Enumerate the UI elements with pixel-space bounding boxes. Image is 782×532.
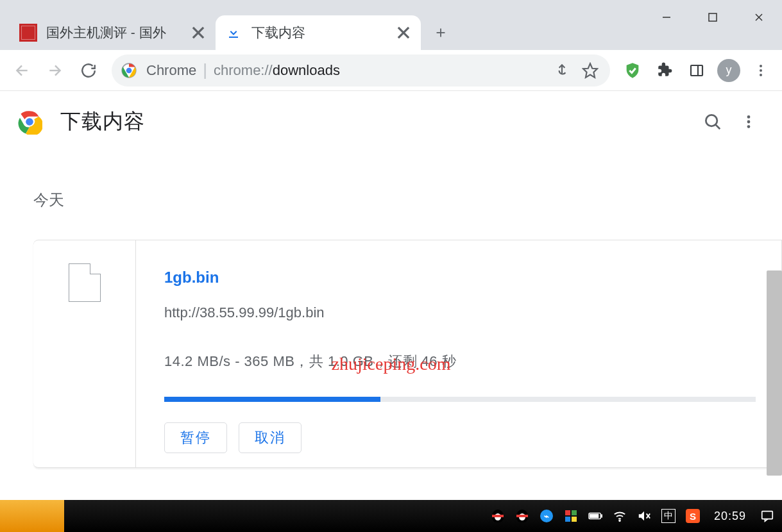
tab-active[interactable]: 下载内容 <box>216 15 421 50</box>
page-title: 下载内容 <box>60 108 145 136</box>
chrome-logo-icon <box>17 109 42 135</box>
reload-button[interactable] <box>72 54 105 87</box>
tab-inactive[interactable]: 国外主机测评 - 国外 <box>10 15 216 50</box>
close-tab-button[interactable] <box>395 24 412 41</box>
svg-point-17 <box>760 65 762 67</box>
downloads-menu-button[interactable] <box>731 104 767 140</box>
svg-point-31 <box>619 520 620 521</box>
windows-taskbar: ⌁ 中 S 20:59 <box>0 500 782 532</box>
back-button[interactable] <box>5 54 38 87</box>
close-tab-button[interactable] <box>190 24 207 41</box>
svg-marker-14 <box>583 63 597 78</box>
search-downloads-button[interactable] <box>695 104 731 140</box>
download-progress-bar <box>164 397 756 402</box>
browser-toolbar: Chrome | chrome://downloads y <box>0 50 782 91</box>
download-filename[interactable]: 1gb.bin <box>164 269 756 287</box>
share-button[interactable] <box>551 60 573 81</box>
svg-point-18 <box>760 69 762 72</box>
url-prefix: Chrome <box>146 62 196 79</box>
url-text: chrome://downloads <box>214 62 340 79</box>
svg-line-24 <box>715 124 720 129</box>
sogou-ime-icon[interactable]: S <box>686 509 700 523</box>
pause-button[interactable]: 暂停 <box>164 422 227 453</box>
svg-point-26 <box>747 121 751 124</box>
download-status: 14.2 MB/s - 365 MB，共 1.0 GB，还剩 46 秒 <box>164 352 756 371</box>
section-label: 今天 <box>0 153 782 217</box>
site-info-icon[interactable] <box>121 62 137 79</box>
ime-indicator[interactable]: 中 <box>661 509 676 523</box>
svg-point-13 <box>126 67 132 73</box>
forward-button[interactable] <box>38 54 72 87</box>
avatar: y <box>717 59 740 82</box>
svg-rect-15 <box>691 65 702 76</box>
svg-point-19 <box>760 74 762 76</box>
address-bar[interactable]: Chrome | chrome://downloads <box>112 54 610 87</box>
file-icon <box>69 263 101 302</box>
side-panel-button[interactable] <box>681 54 713 87</box>
chrome-menu-button[interactable] <box>745 54 777 87</box>
window-maximize-button[interactable] <box>690 0 736 35</box>
system-tray: ⌁ 中 S 20:59 <box>483 509 782 523</box>
profile-button[interactable]: y <box>713 54 745 87</box>
bluetooth-tray-icon[interactable]: ⌁ <box>540 509 554 523</box>
new-tab-button[interactable] <box>426 18 455 47</box>
extensions-button[interactable] <box>649 54 681 87</box>
adguard-extension-icon[interactable] <box>616 54 649 87</box>
scrollbar[interactable] <box>767 270 782 500</box>
tab-title: 下载内容 <box>251 24 390 42</box>
download-progress-fill <box>164 397 380 402</box>
bookmark-star-button[interactable] <box>579 60 601 81</box>
color-tray-icon[interactable] <box>564 509 578 523</box>
svg-rect-30 <box>590 514 599 518</box>
qq-tray-icon[interactable] <box>491 509 505 523</box>
svg-rect-35 <box>762 511 773 519</box>
cancel-button[interactable]: 取消 <box>239 422 302 453</box>
svg-rect-29 <box>601 515 602 517</box>
download-item: 1gb.bin http://38.55.99.99/1gb.bin 14.2 … <box>33 240 782 468</box>
window-minimize-button[interactable] <box>643 0 690 35</box>
svg-point-27 <box>747 125 751 128</box>
taskbar-clock[interactable]: 20:59 <box>710 510 750 523</box>
downloads-page: 下载内容 今天 zhujiceping.com 1gb.bin http://3… <box>0 91 782 500</box>
svg-point-25 <box>747 115 751 119</box>
taskbar-active-window[interactable] <box>0 500 64 532</box>
svg-point-23 <box>706 115 717 126</box>
svg-marker-32 <box>639 511 644 521</box>
download-url[interactable]: http://38.55.99.99/1gb.bin <box>164 304 756 321</box>
favicon-icon <box>19 24 37 42</box>
page-header: 下载内容 <box>0 91 782 153</box>
window-close-button[interactable] <box>736 0 782 35</box>
download-icon <box>225 24 242 42</box>
action-center-icon[interactable] <box>760 509 774 523</box>
qq-tray-icon-2[interactable] <box>515 509 529 523</box>
svg-rect-1 <box>709 13 717 21</box>
wifi-tray-icon[interactable] <box>613 509 627 523</box>
volume-tray-icon[interactable] <box>637 509 651 523</box>
battery-tray-icon[interactable] <box>588 509 602 523</box>
tab-title: 国外主机测评 - 国外 <box>46 24 185 42</box>
scrollbar-thumb[interactable] <box>767 270 782 476</box>
